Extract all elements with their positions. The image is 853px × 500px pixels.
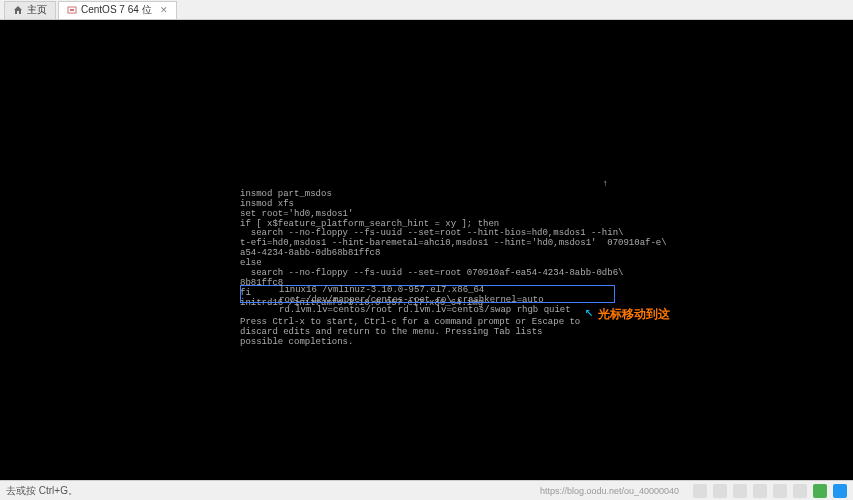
close-icon[interactable]: ✕ <box>160 5 168 15</box>
highlighted-line: linux16 /vmlinuz-3.10.0-957.el7.x86_64 r… <box>279 285 484 305</box>
annotation-text: 光标移动到这 <box>598 308 670 321</box>
tab-vm[interactable]: CentOS 7 64 位 ✕ <box>58 1 177 19</box>
tab-home[interactable]: 主页 <box>4 1 56 19</box>
device-icon[interactable] <box>753 484 767 498</box>
status-right: https://blog.oodu.net/ou_40000040 <box>540 484 847 498</box>
status-hint: 去或按 Ctrl+G。 <box>6 484 78 498</box>
annotation-arrow: ↖ <box>585 305 593 320</box>
vm-icon <box>67 5 77 15</box>
terminal-viewport[interactable]: ↑ insmod part_msdos insmod xfs set root=… <box>0 20 853 480</box>
help-line: discard edits and return to the menu. Pr… <box>240 327 542 337</box>
help-line: possible completions. <box>240 337 353 347</box>
grub-line: else <box>240 258 262 268</box>
device-icon[interactable] <box>693 484 707 498</box>
device-icon[interactable] <box>773 484 787 498</box>
device-icon[interactable] <box>733 484 747 498</box>
grub-line: t-efi=hd0,msdos1 --hint-baremetal=ahci0,… <box>240 238 667 248</box>
grub-line: search --no-floppy --fs-uuid --set=root … <box>240 268 623 278</box>
tab-vm-label: CentOS 7 64 位 <box>81 3 152 17</box>
svg-rect-1 <box>70 9 74 11</box>
device-icon[interactable] <box>793 484 807 498</box>
network-icon[interactable] <box>813 484 827 498</box>
grub-line: insmod xfs <box>240 199 294 209</box>
tab-home-label: 主页 <box>27 3 47 17</box>
grub-line: set root='hd0,msdos1' <box>240 209 353 219</box>
grub-line: a54-4234-8abb-0db68b81ffc8 <box>240 248 380 258</box>
grub-line: insmod part_msdos <box>240 189 332 199</box>
grub-line: search --no-floppy --fs-uuid --set=root … <box>240 228 623 238</box>
home-icon <box>13 5 23 15</box>
sound-icon[interactable] <box>833 484 847 498</box>
tab-bar: 主页 CentOS 7 64 位 ✕ <box>0 0 853 20</box>
grub-line: if [ x$feature_platform_search_hint = xy… <box>240 219 499 229</box>
status-bar: 去或按 Ctrl+G。 https://blog.oodu.net/ou_400… <box>0 480 853 500</box>
highlight-box: linux16 /vmlinuz-3.10.0-957.el7.x86_64 r… <box>240 285 615 303</box>
grub-editor: insmod part_msdos insmod xfs set root='h… <box>240 180 640 348</box>
device-icon[interactable] <box>713 484 727 498</box>
watermark: https://blog.oodu.net/ou_40000040 <box>540 486 679 496</box>
help-line: Press Ctrl-x to start, Ctrl-c for a comm… <box>240 317 580 327</box>
